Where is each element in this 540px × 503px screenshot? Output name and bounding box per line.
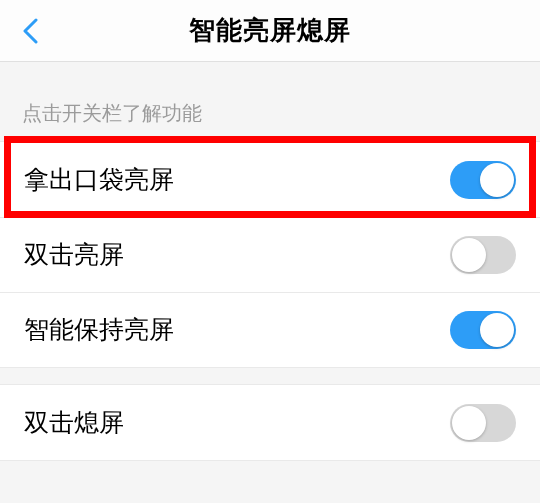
row-label: 拿出口袋亮屏 xyxy=(24,163,450,196)
toggle-doubletap-sleep[interactable] xyxy=(450,404,516,442)
row-label: 双击亮屏 xyxy=(24,238,450,271)
row-doubletap-wake[interactable]: 双击亮屏 xyxy=(0,217,540,292)
settings-list-1: 拿出口袋亮屏 双击亮屏 智能保持亮屏 xyxy=(0,141,540,367)
list-spacer xyxy=(0,367,540,385)
toggle-smart-keep-on[interactable] xyxy=(450,311,516,349)
row-pocket-wake[interactable]: 拿出口袋亮屏 xyxy=(0,142,540,217)
back-button[interactable] xyxy=(18,19,42,43)
row-label: 双击熄屏 xyxy=(24,406,450,439)
toggle-pocket-wake[interactable] xyxy=(450,161,516,199)
toggle-knob xyxy=(452,238,486,272)
toggle-knob xyxy=(452,406,486,440)
row-label: 智能保持亮屏 xyxy=(24,313,450,346)
header-bar: 智能亮屏熄屏 xyxy=(0,0,540,62)
toggle-knob xyxy=(480,313,514,347)
row-doubletap-sleep[interactable]: 双击熄屏 xyxy=(0,385,540,460)
settings-list-2: 双击熄屏 xyxy=(0,385,540,461)
row-smart-keep-on[interactable]: 智能保持亮屏 xyxy=(0,292,540,367)
section-hint: 点击开关栏了解功能 xyxy=(0,62,540,141)
toggle-doubletap-wake[interactable] xyxy=(450,236,516,274)
chevron-left-icon xyxy=(22,18,38,44)
toggle-knob xyxy=(480,163,514,197)
page-title: 智能亮屏熄屏 xyxy=(0,13,540,48)
